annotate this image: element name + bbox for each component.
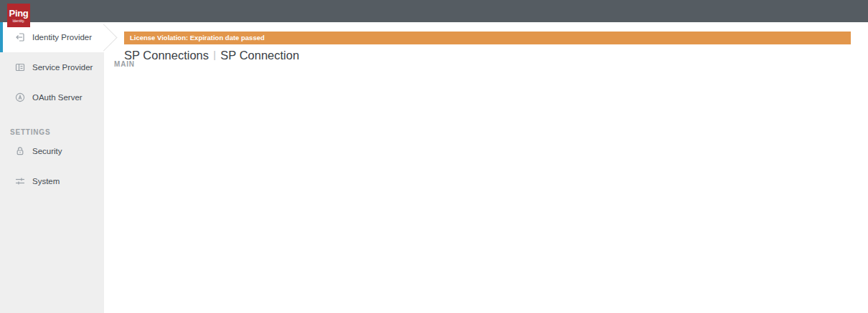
sidebar-item-label: Service Provider — [32, 63, 93, 72]
sidebar-item-security[interactable]: Security — [0, 136, 104, 166]
logo-subword: Identity. — [12, 19, 24, 23]
top-bar — [0, 0, 868, 22]
identity-provider-icon — [14, 32, 26, 43]
sidebar-item-label: Identity Provider — [32, 33, 92, 42]
sidebar-section-main: MAIN — [104, 60, 868, 313]
sidebar-item-service-provider[interactable]: Service Provider — [0, 52, 104, 82]
lock-icon — [14, 145, 26, 157]
sidebar-item-label: Security — [32, 147, 62, 155]
sliders-icon — [14, 175, 26, 187]
logo-word: Ping — [9, 9, 29, 18]
sidebar-section-settings: SETTINGS — [0, 128, 104, 136]
sidebar-item-oauth-server[interactable]: OAuth Server — [0, 82, 104, 112]
license-violation-banner: License Violation: Expiration date passe… — [124, 32, 851, 44]
sidebar-item-label: System — [32, 177, 60, 186]
ping-identity-logo[interactable]: Ping Identity. — [7, 4, 30, 27]
sidebar-item-system[interactable]: System — [0, 166, 104, 196]
service-provider-icon — [14, 62, 26, 73]
sidebar: MAIN Identity Provider Service Provider — [0, 22, 104, 313]
oauth-server-icon — [14, 92, 26, 103]
sidebar-item-label: OAuth Server — [32, 93, 82, 102]
